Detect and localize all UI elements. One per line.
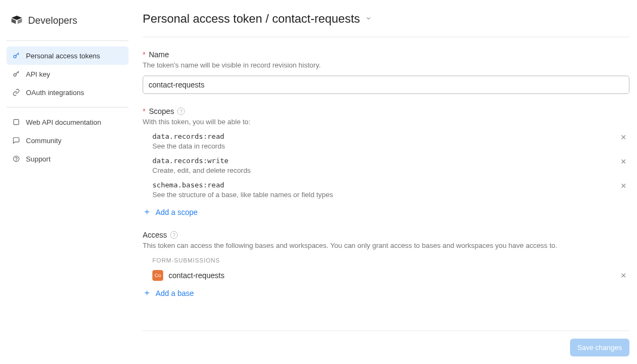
breadcrumb-separator: / (265, 12, 269, 25)
scope-list: data.records:read See the data in record… (143, 129, 629, 202)
scope-code: data.records:write (152, 157, 619, 165)
scope-desc: See the structure of a base, like table … (152, 191, 619, 199)
scope-item: schema.bases:read See the structure of a… (143, 178, 629, 202)
add-base-button[interactable]: ＋ Add a base (143, 287, 194, 299)
name-label: Name (149, 50, 169, 59)
developers-logo: Developers (6, 12, 129, 35)
sidebar-item-label: Community (26, 137, 62, 145)
svg-point-0 (14, 55, 16, 58)
sidebar-item-label: OAuth integrations (26, 89, 84, 97)
remove-scope-button[interactable] (619, 132, 628, 142)
sidebar-item-community[interactable]: Community (6, 131, 129, 150)
logo-text: Developers (28, 15, 77, 26)
chat-icon (12, 136, 21, 145)
link-icon (12, 88, 21, 97)
name-input[interactable] (143, 76, 629, 94)
breadcrumb[interactable]: Personal access token / contact-requests (143, 12, 360, 26)
remove-scope-button[interactable] (619, 157, 628, 166)
book-icon (12, 118, 21, 126)
chevron-down-icon[interactable] (365, 15, 372, 23)
scope-desc: Create, edit, and delete records (152, 166, 619, 174)
required-marker: * (143, 107, 145, 116)
name-help: The token's name will be visible in reco… (143, 61, 629, 69)
sidebar-item-label: Web API documentation (26, 118, 101, 126)
sidebar-item-personal-access-tokens[interactable]: Personal access tokens (6, 46, 129, 65)
info-icon[interactable]: ? (177, 107, 185, 115)
required-marker: * (143, 50, 145, 59)
info-icon[interactable]: ? (170, 231, 178, 239)
sidebar-item-label: API key (26, 70, 50, 78)
base-item: Co contact-requests (143, 268, 629, 283)
scopes-section: * Scopes ? With this token, you will be … (143, 107, 629, 218)
svg-point-1 (14, 73, 16, 76)
access-help: This token can access the following base… (143, 241, 629, 250)
base-name: contact-requests (169, 271, 225, 280)
divider (6, 41, 129, 41)
divider (6, 107, 129, 107)
page-header: Personal access token / contact-requests (143, 12, 629, 37)
access-label: Access (143, 231, 167, 239)
add-scope-label: Add a scope (156, 208, 198, 217)
scopes-help: With this token, you will be able to: (143, 118, 629, 126)
add-base-label: Add a base (156, 289, 194, 298)
scope-desc: See the data in records (152, 142, 619, 150)
plus-icon: ＋ (143, 287, 151, 299)
remove-scope-button[interactable] (619, 181, 628, 191)
scope-item: data.records:read See the data in record… (143, 129, 629, 153)
add-scope-button[interactable]: ＋ Add a scope (143, 206, 198, 218)
svg-rect-2 (14, 119, 18, 124)
sidebar-item-support[interactable]: Support (6, 150, 129, 168)
help-icon (12, 154, 21, 163)
base-icon: Co (152, 270, 163, 281)
sidebar-item-web-api-documentation[interactable]: Web API documentation (6, 113, 129, 131)
scope-code: data.records:read (152, 132, 619, 140)
sidebar: Developers Personal access tokens API ke… (0, 0, 135, 364)
breadcrumb-parent: Personal access token (143, 12, 262, 25)
token-form: * Name The token's name will be visible … (143, 37, 629, 331)
scope-item: data.records:write Create, edit, and del… (143, 153, 629, 178)
nav-group-secondary: Web API documentation Community Support (6, 113, 129, 168)
sidebar-item-api-key[interactable]: API key (6, 65, 129, 83)
access-section: Access ? This token can access the follo… (143, 231, 629, 299)
save-changes-button[interactable]: Save changes (570, 339, 629, 356)
plus-icon: ＋ (143, 206, 151, 218)
footer: Save changes (143, 331, 629, 356)
remove-base-button[interactable] (619, 271, 628, 280)
scopes-label: Scopes (149, 107, 174, 116)
logo-icon (10, 14, 24, 28)
nav-group-primary: Personal access tokens API key OAuth int… (6, 46, 129, 102)
key-icon (12, 70, 21, 78)
sidebar-item-label: Personal access tokens (26, 52, 100, 60)
name-section: * Name The token's name will be visible … (143, 50, 629, 94)
breadcrumb-current: contact-requests (272, 12, 360, 25)
main-content: Personal access token / contact-requests… (135, 0, 637, 364)
workspace-label: FORM-SUBMISSIONS (152, 257, 629, 264)
scope-code: schema.bases:read (152, 181, 619, 189)
svg-point-4 (16, 160, 17, 161)
key-icon (12, 51, 21, 60)
sidebar-item-oauth-integrations[interactable]: OAuth integrations (6, 83, 129, 102)
sidebar-item-label: Support (26, 155, 51, 163)
